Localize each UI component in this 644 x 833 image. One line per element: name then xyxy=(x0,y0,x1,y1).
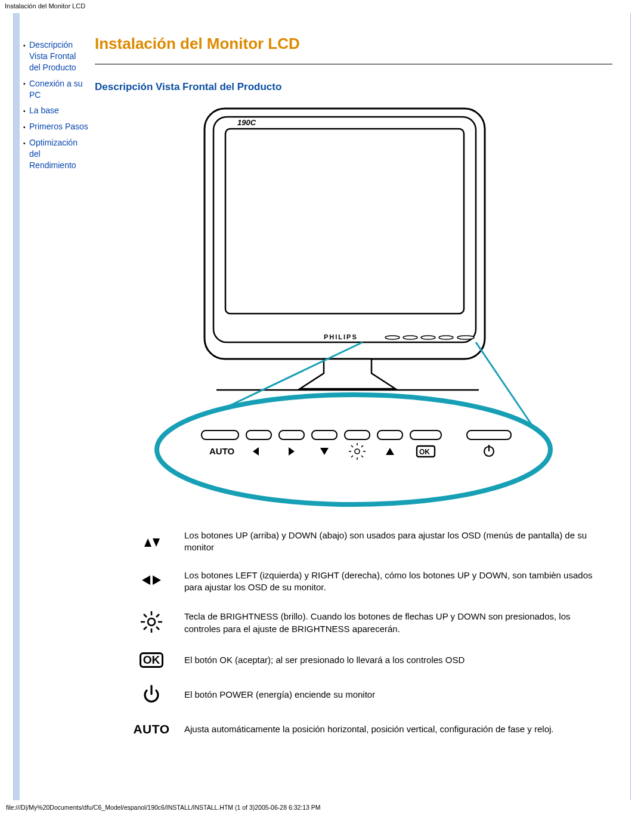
legend-row: Los botones UP (arriba) y DOWN (abajo) s… xyxy=(131,529,600,554)
svg-rect-14 xyxy=(279,431,304,439)
svg-line-45 xyxy=(144,627,147,630)
svg-marker-34 xyxy=(153,538,160,547)
svg-point-5 xyxy=(421,336,435,339)
legend-desc: El botón POWER (energía) enciende su mon… xyxy=(172,689,600,701)
sidebar-item[interactable]: Descripción Vista Frontal del Producto xyxy=(23,39,89,73)
svg-rect-18 xyxy=(410,431,441,439)
legend-desc: Los botones LEFT (izquierda) y RIGHT (de… xyxy=(172,569,600,594)
sidebar-item[interactable]: Conexión a su PC xyxy=(23,78,89,101)
sidebar-link[interactable]: Conexión a su PC xyxy=(29,79,83,100)
svg-rect-13 xyxy=(246,431,271,439)
legend-desc: Tecla de BRIGHTNESS (brillo). Cuando los… xyxy=(172,611,600,635)
monitor-model-label: 190C xyxy=(237,118,256,127)
svg-point-6 xyxy=(439,336,453,339)
up-down-icon xyxy=(131,532,172,551)
page-card: Descripción Vista Frontal del Producto C… xyxy=(20,13,630,800)
browser-header-path: Instalación del Monitor LCD xyxy=(0,0,644,13)
sidebar-link[interactable]: Descripción Vista Frontal del Producto xyxy=(29,40,76,72)
legend-row: Los botones LEFT (izquierda) y RIGHT (de… xyxy=(131,569,600,594)
svg-point-3 xyxy=(385,336,400,339)
legend-row: OK El botón OK (aceptar); al ser presion… xyxy=(131,652,600,668)
brightness-icon xyxy=(131,609,172,637)
auto-icon: AUTO xyxy=(131,722,172,736)
page-outer-band: Descripción Vista Frontal del Producto C… xyxy=(13,13,631,800)
monitor-brand-label: PHILIPS xyxy=(324,333,358,340)
sidebar-link[interactable]: Optimización del Rendimiento xyxy=(29,138,78,170)
svg-marker-33 xyxy=(144,538,151,547)
legend-row: Tecla de BRIGHTNESS (brillo). Cuando los… xyxy=(131,609,600,637)
sidebar-item[interactable]: Optimización del Rendimiento xyxy=(23,137,89,171)
sidebar-nav: Descripción Vista Frontal del Producto C… xyxy=(20,25,89,752)
ok-icon: OK xyxy=(131,652,172,668)
main-content: Instalación del Monitor LCD Descripción … xyxy=(89,25,618,752)
svg-point-4 xyxy=(403,336,417,339)
legend-desc: Los botones UP (arriba) y DOWN (abajo) s… xyxy=(172,529,600,554)
svg-marker-35 xyxy=(142,575,150,585)
sidebar-item[interactable]: Primeros Pasos xyxy=(23,121,89,132)
svg-point-37 xyxy=(148,618,155,625)
left-right-icon xyxy=(131,572,172,590)
section-heading: Descripción Vista Frontal del Producto xyxy=(95,81,612,93)
ok-icon: OK xyxy=(417,446,435,457)
svg-rect-17 xyxy=(377,431,402,439)
legend-desc: El botón OK (aceptar); al ser presionado… xyxy=(172,654,600,666)
sidebar-link[interactable]: La base xyxy=(29,106,59,115)
svg-rect-15 xyxy=(312,431,337,439)
svg-point-7 xyxy=(457,336,474,339)
sidebar-item[interactable]: La base xyxy=(23,105,89,116)
legend-row: AUTO Ajusta automáticamente la posición … xyxy=(131,722,600,736)
svg-rect-19 xyxy=(467,431,511,439)
browser-footer-path: file:///D|/My%20Documents/dfu/C6_Model/e… xyxy=(0,800,644,813)
monitor-illustration: 190C PHILIPS xyxy=(145,104,562,515)
svg-marker-36 xyxy=(153,575,161,585)
svg-text:OK: OK xyxy=(419,448,430,456)
page-title: Instalación del Monitor LCD xyxy=(95,35,612,53)
svg-line-44 xyxy=(156,614,159,617)
divider xyxy=(95,64,612,64)
button-legend: Los botones UP (arriba) y DOWN (abajo) s… xyxy=(131,529,600,736)
svg-rect-12 xyxy=(202,431,239,439)
svg-line-43 xyxy=(156,627,159,630)
sidebar-link[interactable]: Primeros Pasos xyxy=(29,122,88,131)
legend-desc: Ajusta automáticamente la posición horiz… xyxy=(172,723,600,735)
svg-rect-2 xyxy=(225,129,464,314)
legend-row: El botón POWER (energía) enciende su mon… xyxy=(131,683,600,707)
svg-line-42 xyxy=(144,614,147,617)
auto-button-label: AUTO xyxy=(209,446,235,456)
power-icon xyxy=(131,683,172,707)
svg-rect-16 xyxy=(345,431,370,439)
monitor-svg: 190C PHILIPS xyxy=(145,104,562,515)
